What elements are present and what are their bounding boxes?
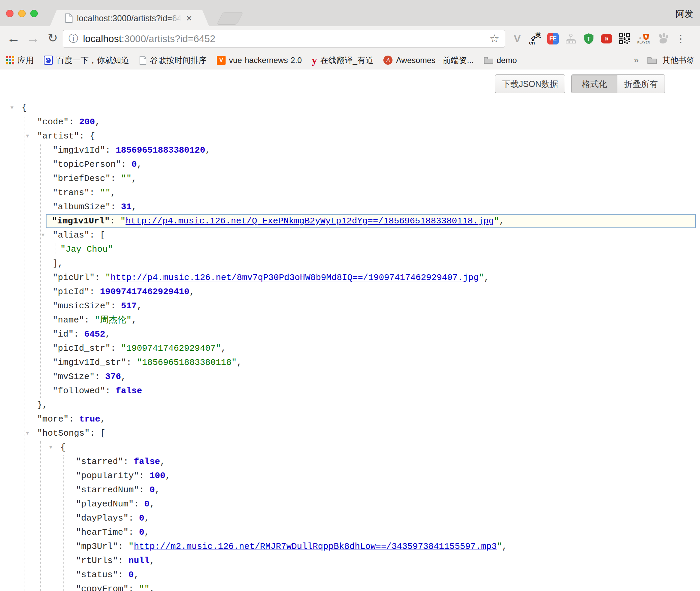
json-token-k: "followed": [53, 386, 105, 396]
bookmark-demo-folder[interactable]: demo: [484, 56, 517, 65]
page-info-icon[interactable]: ⓘ: [68, 32, 78, 45]
json-token-k: "hearTime": [76, 527, 128, 537]
json-line: "id": 6452,: [0, 327, 700, 341]
json-token-p: ,: [502, 541, 507, 552]
json-token-n: 31: [121, 202, 132, 212]
json-token-p: ,: [484, 273, 489, 283]
json-token-k: "artist": [37, 131, 79, 141]
video-player-extension-icon[interactable]: »: [601, 31, 613, 46]
forward-icon[interactable]: →: [26, 26, 40, 51]
bookmark-google-sort[interactable]: 谷歌按时间排序: [139, 55, 207, 66]
vue-devtools-icon[interactable]: V: [511, 31, 523, 46]
json-token-k: "topicPerson": [53, 159, 121, 169]
json-url-link[interactable]: http://p4.music.126.net/Q_ExePNkmgB2yWyL…: [125, 216, 494, 226]
json-url-link[interactable]: http://p4.music.126.net/8mv7qP30Pd3oHW8b…: [111, 273, 479, 283]
fullscreen-window-button[interactable]: [30, 10, 38, 17]
url-text[interactable]: localhost:3000/artists?id=6452: [83, 33, 215, 44]
json-url-link[interactable]: http://m2.music.126.net/RMJR7wDullRqppBk…: [134, 541, 497, 552]
json-line: "more": true,: [0, 412, 700, 426]
bookmark-label: 在线翻译_有道: [320, 55, 373, 66]
other-bookmarks-label[interactable]: 其他书签: [662, 55, 695, 66]
json-token-p: ,: [105, 329, 111, 339]
collapse-all-button[interactable]: 折叠所有: [617, 75, 665, 93]
json-token-n: 6452: [84, 329, 105, 339]
bookmark-baidu[interactable]: 百度一下，你就知道: [44, 55, 129, 66]
apps-grid-icon: [6, 56, 14, 64]
translate-extension-icon[interactable]: ⇄ 英 en: [529, 31, 541, 46]
collapse-toggle-icon[interactable]: ▼: [41, 228, 45, 243]
qr-code-extension-icon[interactable]: [618, 31, 631, 46]
close-window-button[interactable]: [6, 10, 13, 17]
tampermonkey-shield-icon[interactable]: T: [583, 31, 595, 46]
collapse-toggle-icon[interactable]: ▼: [26, 129, 29, 144]
address-bar[interactable]: ⓘ localhost:3000/artists?id=6452 ☆: [63, 30, 505, 48]
json-token-k: "popularity": [76, 471, 139, 481]
json-line: "img1v1Id_str": "18569651883380118",: [0, 355, 700, 370]
json-line: "copyFrom": "",: [0, 582, 700, 591]
vue-v-icon: V: [217, 56, 226, 65]
json-token-k: "hotSongs": [37, 428, 90, 438]
json-token-p: :: [105, 145, 116, 155]
json-token-p: ,: [137, 301, 142, 311]
json-token-k: "starred": [76, 457, 123, 467]
bookmark-label: 百度一下，你就知道: [56, 55, 129, 66]
bookmark-apps[interactable]: 应用: [6, 55, 34, 66]
json-token-n: 19097417462929410: [100, 287, 189, 297]
collapse-toggle-icon[interactable]: ▼: [26, 426, 29, 441]
json-token-k: "code": [37, 117, 69, 127]
collapse-toggle-icon[interactable]: ▼: [10, 101, 13, 116]
json-token-p: :: [121, 159, 132, 169]
json-token-p: ,: [100, 414, 106, 424]
json-line: ▼"artist": {: [0, 129, 700, 143]
collapse-toggle-icon[interactable]: ▼: [49, 440, 52, 455]
paw-extension-icon[interactable]: [657, 31, 669, 46]
json-line: "picUrl": "http://p4.music.126.net/8mv7q…: [0, 271, 700, 285]
browser-toolbar: ← → ↻ ⓘ localhost:3000/artists?id=6452 ☆…: [0, 26, 700, 51]
json-tree: ▼{"code": 200,▼"artist": {"img1v1Id": 18…: [0, 101, 700, 591]
json-token-p: ,: [149, 499, 155, 509]
json-token-p: ,: [221, 343, 226, 353]
new-tab-button[interactable]: [217, 12, 243, 25]
bookmark-vue-hackernews[interactable]: V vue-hackernews-2.0: [217, 56, 302, 65]
back-icon[interactable]: ←: [6, 26, 21, 51]
fehelper-extension-icon[interactable]: FE: [547, 31, 559, 46]
json-line: "playedNum": 0,: [0, 497, 700, 511]
bookmark-awesomes[interactable]: A Awesomes - 前端资...: [383, 55, 473, 66]
browser-menu-icon[interactable]: ⋮: [675, 31, 687, 46]
json-token-s: "": [100, 188, 110, 198]
json-line: "musicSize": 517,: [0, 299, 700, 313]
minimize-window-button[interactable]: [18, 10, 26, 17]
page-content: 下载JSON数据 格式化 折叠所有 ▼{"code": 200,▼"artist…: [0, 70, 700, 591]
bookmark-youdao[interactable]: y 在线翻译_有道: [312, 55, 373, 66]
json-line: "img1v1Url": "http://p4.music.126.net/Q_…: [46, 214, 696, 228]
json-token-p: :: [95, 273, 105, 283]
sitemap-extension-icon[interactable]: [565, 31, 577, 46]
json-token-p: ,: [144, 513, 150, 523]
reload-icon[interactable]: ↻: [45, 26, 60, 51]
svg-text:T: T: [587, 36, 591, 42]
json-token-k: "id": [53, 329, 74, 339]
bookmark-label: 谷歌按时间排序: [150, 55, 207, 66]
bookmarks-overflow-chevron[interactable]: »: [634, 55, 639, 65]
json-token-p: ,: [205, 145, 211, 155]
json-token-n: 0: [149, 485, 155, 495]
download-json-button[interactable]: 下载JSON数据: [495, 74, 565, 93]
bookmark-star-icon[interactable]: ☆: [489, 30, 499, 48]
html5-player-extension-icon[interactable]: ♬ 5 PLAYER: [636, 31, 651, 46]
profile-name[interactable]: 阿发: [676, 8, 693, 20]
url-host: localhost: [83, 33, 121, 44]
format-button[interactable]: 格式化: [572, 75, 617, 93]
json-line: "popularity": 100,: [0, 469, 700, 483]
browser-tab[interactable]: localhost:3000/artists?id=645 ×: [50, 10, 209, 26]
json-token-k: "musicSize": [53, 301, 111, 311]
url-path: :3000/artists?id=6452: [121, 33, 215, 44]
bookmark-label: demo: [497, 56, 517, 65]
json-token-k: "mp3Url": [76, 541, 118, 552]
json-token-k: "picUrl": [53, 273, 95, 283]
json-token-s: ": [105, 273, 111, 283]
json-token-k: "briefDesc": [53, 174, 111, 184]
json-token-s: ": [128, 541, 134, 552]
json-line: "albumSize": 31,: [0, 200, 700, 214]
tab-close-icon[interactable]: ×: [186, 10, 192, 26]
json-line: "trans": "",: [0, 186, 700, 200]
